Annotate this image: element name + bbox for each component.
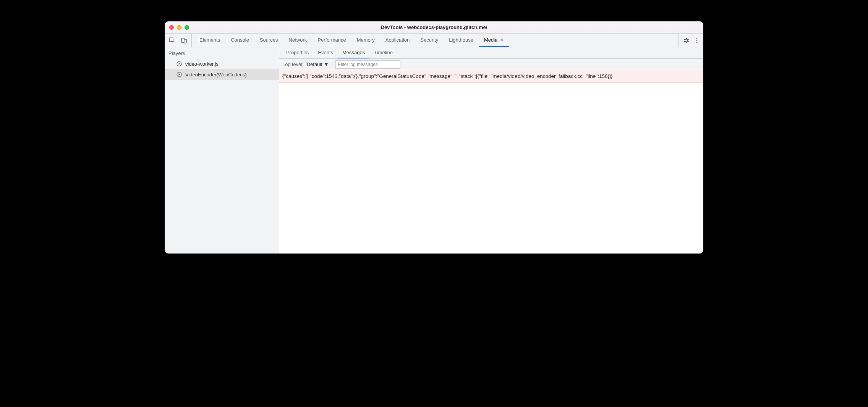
panel-tab-label: Sources — [260, 37, 278, 43]
devtools-body: Players video-worker.jsVideoEncoder(WebC… — [165, 47, 703, 254]
svg-point-4 — [696, 40, 697, 40]
panel-tab-label: Console — [231, 37, 249, 43]
subtab-events[interactable]: Events — [313, 47, 338, 58]
panel-tab-memory[interactable]: Memory — [351, 34, 380, 47]
subtab-properties[interactable]: Properties — [282, 47, 313, 58]
play-icon — [176, 71, 182, 78]
window-title: DevTools - webcodecs-playground.glitch.m… — [165, 24, 703, 30]
titlebar: DevTools - webcodecs-playground.glitch.m… — [165, 21, 703, 34]
panel-tab-lighthouse[interactable]: Lighthouse — [444, 34, 479, 47]
player-item[interactable]: video-worker.js — [165, 58, 279, 69]
svg-point-5 — [696, 42, 697, 43]
media-main: PropertiesEventsMessagesTimeline Log lev… — [279, 47, 703, 254]
panel-tabbar: ElementsConsoleSourcesNetworkPerformance… — [165, 34, 703, 47]
log-level-select[interactable]: Default ▼ — [307, 61, 332, 67]
devtools-window: DevTools - webcodecs-playground.glitch.m… — [165, 21, 703, 254]
messages-filter-input[interactable] — [335, 60, 400, 69]
log-level-value: Default — [307, 61, 322, 67]
kebab-menu-icon[interactable] — [693, 36, 701, 45]
panel-tab-console[interactable]: Console — [225, 34, 254, 47]
inspect-element-icon[interactable] — [168, 36, 176, 45]
player-item-label: VideoEncoder(WebCodecs) — [185, 72, 247, 78]
messages-filterbar: Log level: Default ▼ — [279, 59, 703, 70]
panel-tabs: ElementsConsoleSourcesNetworkPerformance… — [194, 34, 679, 47]
panel-tab-label: Security — [420, 37, 438, 43]
panel-tab-label: Network — [289, 37, 307, 43]
panel-tab-label: Memory — [357, 37, 375, 43]
panel-tab-network[interactable]: Network — [283, 34, 313, 47]
traffic-lights — [169, 25, 189, 30]
panel-tab-label: Elements — [199, 37, 220, 43]
window-zoom-button[interactable] — [185, 25, 189, 30]
messages-list: {"causes":[],"code":1543,"data":{},"grou… — [279, 70, 703, 254]
media-subtabs: PropertiesEventsMessagesTimeline — [279, 47, 703, 59]
panel-tab-elements[interactable]: Elements — [194, 34, 225, 47]
settings-icon[interactable] — [682, 36, 690, 45]
toolbar-right — [679, 34, 701, 47]
subtab-messages[interactable]: Messages — [338, 47, 369, 58]
close-icon[interactable]: ✕ — [500, 37, 504, 43]
subtab-timeline[interactable]: Timeline — [369, 47, 397, 58]
sidebar-heading: Players — [165, 47, 279, 58]
svg-point-3 — [696, 38, 697, 39]
window-minimize-button[interactable] — [177, 25, 181, 30]
panel-tab-label: Performance — [317, 37, 346, 43]
device-toggle-icon[interactable] — [180, 36, 188, 45]
player-item[interactable]: VideoEncoder(WebCodecs) — [165, 69, 279, 80]
panel-tab-performance[interactable]: Performance — [312, 34, 351, 47]
player-item-label: video-worker.js — [185, 61, 219, 67]
toolbar-left — [168, 34, 192, 47]
panel-tab-label: Media — [484, 37, 497, 43]
panel-tab-media[interactable]: Media✕ — [479, 34, 509, 47]
media-sidebar: Players video-worker.jsVideoEncoder(WebC… — [165, 47, 279, 254]
panel-tab-security[interactable]: Security — [415, 34, 444, 47]
panel-tab-sources[interactable]: Sources — [254, 34, 283, 47]
player-list: video-worker.jsVideoEncoder(WebCodecs) — [165, 58, 279, 80]
panel-tab-application[interactable]: Application — [380, 34, 415, 47]
chevron-down-icon: ▼ — [324, 61, 329, 67]
svg-rect-2 — [184, 39, 186, 43]
message-row[interactable]: {"causes":[],"code":1543,"data":{},"grou… — [279, 70, 703, 83]
panel-tab-label: Application — [385, 37, 410, 43]
log-level-label: Log level: — [282, 61, 304, 67]
panel-tab-label: Lighthouse — [449, 37, 473, 43]
play-icon — [176, 61, 182, 67]
window-close-button[interactable] — [169, 25, 174, 30]
